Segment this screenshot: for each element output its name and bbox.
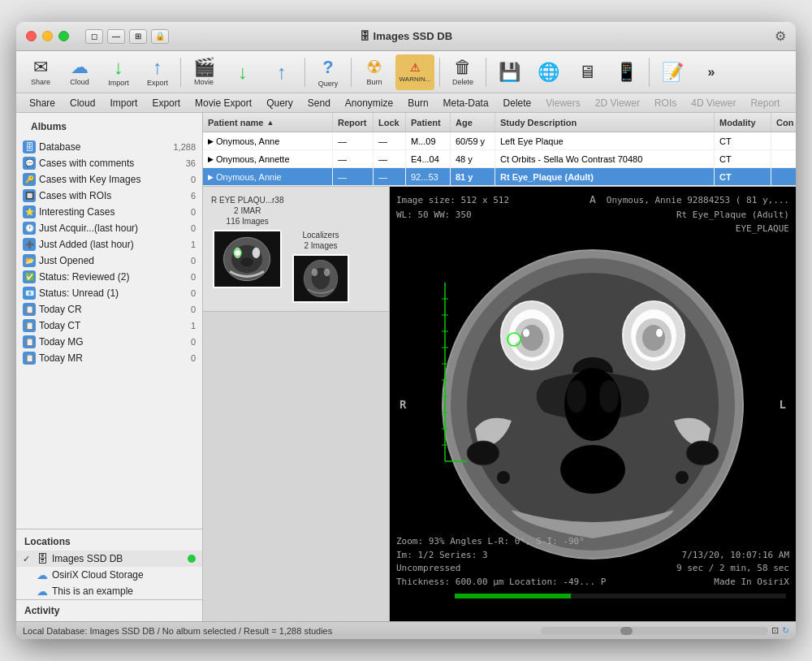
locations-section: Locations ✓ 🗄 Images SSD DB ☁ OsiriX Clo… [16, 529, 202, 599]
menu-import[interactable]: Import [103, 96, 144, 110]
menu-cloud[interactable]: Cloud [63, 96, 102, 110]
sidebar-item-today-ct[interactable]: 📋 Today CT 1 [16, 318, 202, 334]
thumbnail-2[interactable] [292, 254, 349, 303]
sidebar-item-today-mr[interactable]: 📋 Today MR 0 [16, 350, 202, 366]
sidebar-item-database[interactable]: 🗄 Database 1,288 [16, 139, 202, 155]
status-icons: ⊡ ↻ [771, 625, 789, 636]
db1-button[interactable]: 💾 [491, 54, 527, 90]
today-ct-label: Today CT [39, 320, 80, 331]
menu-delete[interactable]: Delete [497, 96, 538, 110]
patient-row-2[interactable]: ▶ Onymous, Annie — — 92...53 81 y Rt Eye… [203, 168, 796, 186]
sidebar-item-cases-rois[interactable]: 🔲 Cases with ROIs 6 [16, 188, 202, 204]
menu-query[interactable]: Query [260, 96, 300, 110]
sidebar-scroll[interactable]: 🗄 Database 1,288 💬 Cases with comments 3… [16, 139, 202, 529]
close-button[interactable] [26, 31, 37, 41]
db3-button[interactable]: 🖥 [569, 54, 605, 90]
patient-row-1[interactable]: ▶ Onymous, Annette — — E4...04 48 y Ct O… [203, 150, 796, 168]
sidebar-item-today-cr[interactable]: 📋 Today CR 0 [16, 301, 202, 318]
settings-button[interactable]: ⚙ [775, 28, 786, 44]
menu-burn[interactable]: Burn [401, 96, 434, 110]
col-lock[interactable]: Lock [374, 113, 406, 132]
location-example[interactable]: ☁ This is an example [16, 583, 202, 599]
sidebar-item-cases-comments[interactable]: 💬 Cases with comments 36 [16, 155, 202, 171]
sidebar-item-key-images[interactable]: 🔑 Cases with Key Images 0 [16, 171, 202, 188]
reviewed-icon: ✅ [23, 270, 36, 283]
image-viewer[interactable]: Image size: 512 x 512 WL: 50 WW: 350 A O… [390, 187, 796, 621]
menu-report[interactable]: Report [744, 96, 786, 110]
patient-row-0[interactable]: ▶ Onymous, Anne — — M...09 60/59 y Left … [203, 132, 796, 150]
col-report[interactable]: Report [333, 113, 374, 132]
reviewed-label: Status: Reviewed (2) [39, 271, 129, 283]
split-h[interactable]: — [107, 29, 125, 44]
export2-icon: ↓ [238, 63, 248, 82]
sidebar-toggle[interactable]: ◻ [85, 29, 103, 44]
menu-share[interactable]: Share [23, 96, 62, 110]
sidebar-item-just-acquired[interactable]: 🕐 Just Acquir...(last hour) 0 [16, 220, 202, 236]
refresh-icon[interactable]: ↻ [782, 625, 789, 636]
menu-4d-viewer[interactable]: 4D Viewer [685, 96, 742, 110]
horizontal-scrollbar[interactable] [541, 627, 768, 635]
thumbnail-1[interactable] [213, 230, 282, 288]
location-images-ssd[interactable]: ✓ 🗄 Images SSD DB [16, 551, 202, 567]
import-button[interactable]: ↓ Import [101, 54, 136, 90]
col-patient-name[interactable]: Patient name ▲ [203, 113, 333, 132]
svg-point-35 [560, 445, 625, 494]
menu-export[interactable]: Export [145, 96, 187, 110]
movie-button[interactable]: 🎬 Movie [186, 54, 222, 90]
maximize-button[interactable] [58, 31, 69, 41]
sort-arrow: ▲ [266, 119, 274, 127]
sidebar-item-just-added[interactable]: ➕ Just Added (last hour) 1 [16, 236, 202, 253]
sidebar-item-interesting[interactable]: ⭐ Interesting Cases 0 [16, 204, 202, 220]
sidebar-item-just-opened[interactable]: 📂 Just Opened 0 [16, 253, 202, 269]
col-con[interactable]: Con [771, 113, 796, 132]
delete-button[interactable]: 🗑 Delete [445, 54, 481, 90]
patient-info-line1: Onymous, Annie 92884253 ( 81 y,... [607, 193, 789, 208]
location-cloud[interactable]: ☁ OsiriX Cloud Storage [16, 567, 202, 583]
scrollbar-thumb[interactable] [620, 627, 633, 635]
cases-comments-label: Cases with comments [39, 158, 134, 169]
window-controls: ◻ — ⊞ 🔒 [85, 29, 169, 44]
col-age[interactable]: Age [451, 113, 495, 132]
sidebar-item-reviewed[interactable]: ✅ Status: Reviewed (2) 0 [16, 269, 202, 285]
db4-button[interactable]: 📱 [608, 54, 644, 90]
minimize-button[interactable] [42, 31, 53, 41]
warning-button[interactable]: ⚠ WARNIN... [395, 54, 434, 90]
col-patient[interactable]: Patient [406, 113, 451, 132]
menu-meta-data[interactable]: Meta-Data [437, 96, 495, 110]
col-modality[interactable]: Modality [715, 113, 771, 132]
menu-rois[interactable]: ROIs [648, 96, 683, 110]
thickness-label: Thickness: 600.00 μm Location: -49... P [396, 576, 606, 590]
menu-2d-viewer[interactable]: 2D Viewer [589, 96, 646, 110]
cases-comments-icon: 💬 [23, 157, 36, 170]
col-study-desc[interactable]: Study Description [495, 113, 715, 132]
sidebar-item-today-mg[interactable]: 📋 Today MG 0 [16, 334, 202, 350]
made-in-label: Made In OsiriX [676, 576, 789, 590]
cloud-button[interactable]: ☁ Cloud [62, 54, 97, 90]
image-series-label: Im: 1/2 Series: 3 [396, 549, 606, 563]
uncomp-progress-fill [455, 594, 571, 598]
export2-button[interactable]: ↓ [225, 54, 261, 90]
split-v[interactable]: ⊞ [129, 29, 147, 44]
location-images-ssd-label: Images SSD DB [52, 553, 123, 564]
upload-button[interactable]: ↑ [264, 54, 300, 90]
titlebar: ◻ — ⊞ 🔒 🗄 Images SSD DB ⚙ [16, 22, 796, 51]
viewer-info-topleft: Image size: 512 x 512 WL: 50 WW: 350 [396, 193, 509, 222]
query-button[interactable]: ? Query [310, 54, 346, 90]
share-button[interactable]: ✉ Share [23, 54, 58, 90]
menu-anonymize[interactable]: Anonymize [339, 96, 400, 110]
db2-button[interactable]: 🌐 [530, 54, 566, 90]
sidebar-item-unread[interactable]: 📧 Status: Unread (1) 0 [16, 285, 202, 301]
export-button[interactable]: ↑ Export [140, 54, 175, 90]
just-opened-label: Just Opened [39, 255, 94, 266]
import-icon: ↓ [114, 58, 123, 77]
compression-label: Uncompressed [396, 562, 606, 576]
burn-button[interactable]: ☢ Burn [356, 54, 392, 90]
menu-movie-export[interactable]: Movie Export [188, 96, 258, 110]
today-ct-count: 1 [191, 321, 196, 330]
lock-btn[interactable]: 🔒 [151, 29, 169, 44]
just-acquired-label: Just Acquir...(last hour) [39, 222, 138, 234]
menu-send[interactable]: Send [301, 96, 337, 110]
more-button[interactable]: » [693, 54, 729, 90]
notes-button[interactable]: 📝 [654, 54, 690, 90]
menu-viewers[interactable]: Viewers [539, 96, 586, 110]
